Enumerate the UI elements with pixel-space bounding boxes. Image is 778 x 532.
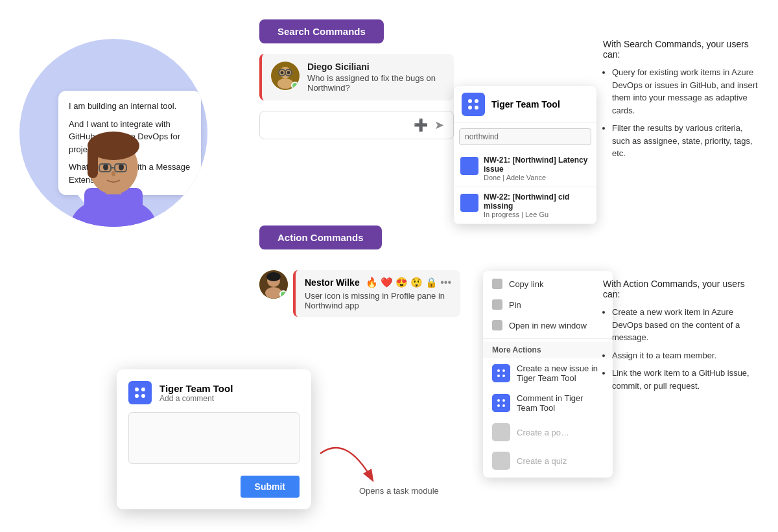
result2-text: NW-22: [Northwind] cid missing In progre… [484,192,590,218]
svg-point-34 [502,404,505,407]
tiger-team-icon [462,93,485,116]
svg-point-6 [103,164,108,170]
more-action-3-icon [492,423,510,441]
svg-point-19 [468,99,472,103]
svg-point-30 [502,375,505,377]
svg-point-27 [497,369,500,372]
search-info-list: Query for existing work items in Azure D… [603,66,759,160]
search-chat-message: Who is assigned to fix the bugs on North… [307,73,445,93]
svg-rect-5 [88,146,98,178]
more-action-2-icon [492,394,510,412]
task-module-submit-button[interactable]: Submit [241,476,300,498]
svg-point-26 [266,272,281,281]
tiger-result-2[interactable]: NW-22: [Northwind] cid missing In progre… [454,187,596,224]
compose-icons: ➕ ➤ [414,118,444,132]
copy-link-icon [492,279,502,289]
tiger-team-popup: Tiger Team Tool NW-21: [Northwind] Laten… [454,86,596,224]
action-inner: Nestor Wilke 🔥 ❤️ 😍 😲 🔒 ••• User icon is… [259,270,460,317]
search-chat-username: Diego Siciliani [307,62,445,72]
compose-plus-icon[interactable]: ➕ [414,118,428,132]
svg-point-11 [112,171,115,176]
opens-label: Opens a task module [359,486,439,496]
svg-point-37 [135,394,139,398]
action-chat-card: Nestor Wilke 🔥 ❤️ 😍 😲 🔒 ••• User icon is… [293,270,460,317]
more-action-3-label: Create a po… [517,428,569,437]
reaction-wow: 😲 [410,277,423,288]
compose-area[interactable]: ➕ ➤ [259,111,454,139]
more-action-1-label: Create a new issue in Tiger Team Tool [517,364,604,383]
task-module-dialog: Tiger Team Tool Add a comment Submit [117,369,311,509]
search-chat-card: Diego Siciliani Who is assigned to fix t… [259,54,454,100]
search-inner: Diego Siciliani Who is assigned to fix t… [259,54,596,139]
more-action-4-label: Create a quiz [517,456,567,466]
action-info-heading: With Action Commands, your users can: [603,279,759,299]
search-commands-section: Search Commands [259,19,596,139]
more-action-4-icon [492,452,510,470]
more-actions-header: More Actions [483,341,613,358]
reaction-lock: 🔒 [425,277,438,288]
action-info-item-2: Assign it to a team member. [612,349,759,362]
open-window-icon [492,320,502,330]
action-chat-username: Nestor Wilke [305,277,360,288]
search-commands-badge: Search Commands [259,19,384,43]
result1-icon [460,157,478,175]
task-module-app-icon [128,381,152,404]
action-chat-message: User icon is missing in Profile pane in … [305,291,451,310]
svg-point-17 [281,71,284,75]
search-chat-text: Diego Siciliani Who is assigned to fix t… [307,62,445,93]
result2-title: NW-22: [Northwind] cid missing [484,192,590,211]
pin-icon [492,299,502,310]
action-chat-top: Nestor Wilke 🔥 ❤️ 😍 😲 🔒 ••• [305,277,451,288]
task-module-textarea[interactable] [128,412,300,464]
context-open-window[interactable]: Open in new window [483,315,613,336]
nestor-online-dot [279,290,287,298]
more-action-1-icon [492,364,510,382]
tiger-result-1[interactable]: NW-21: [Northwind] Latency issue Done | … [454,150,596,187]
online-dot [291,82,299,89]
reactions-row: 🔥 ❤️ 😍 😲 🔒 ••• [366,277,451,288]
more-button[interactable]: ••• [440,277,451,288]
svg-point-20 [475,99,478,103]
avatar-circle: I am building an internal tool. And I wa… [19,39,207,227]
copy-link-label: Copy link [509,279,543,289]
svg-point-21 [468,106,472,110]
more-action-2-label: Comment in Tiger Team Tool [517,393,604,413]
action-info-item-3: Link the work item to a GitHub issue, co… [612,367,759,392]
context-menu: Copy link Pin Open in new window More Ac… [483,271,613,478]
open-window-label: Open in new window [509,321,587,330]
person-illustration [49,97,178,227]
task-module-header: Tiger Team Tool Add a comment [128,381,300,404]
compose-send-icon[interactable]: ➤ [434,118,444,132]
reaction-fire: 🔥 [366,277,378,288]
action-info-item-1: Create a new work item in Azure DevOps b… [612,306,759,344]
svg-point-18 [287,71,290,75]
svg-point-36 [141,387,145,391]
result2-icon [460,194,478,212]
action-commands-badge: Action Commands [259,226,382,249]
more-action-1[interactable]: Create a new issue in Tiger Team Tool [483,358,613,388]
svg-point-29 [497,375,500,377]
action-info-section: With Action Commands, your users can: Cr… [603,279,759,397]
tiger-app-name: Tiger Team Tool [491,99,560,110]
svg-point-33 [497,404,500,407]
svg-point-35 [135,387,139,391]
more-action-2[interactable]: Comment in Tiger Team Tool [483,388,613,418]
svg-point-7 [119,164,124,170]
search-info-section: With Search Commands, your users can: Qu… [603,39,759,165]
avatar-section: I am building an internal tool. And I wa… [19,39,220,227]
search-info-item-1: Query for existing work items in Azure D… [612,66,759,117]
context-copy-link[interactable]: Copy link [483,273,613,294]
pin-label: Pin [509,300,521,310]
task-module-title-block: Tiger Team Tool Add a comment [159,383,233,403]
reaction-love: 😍 [395,277,408,288]
task-module-subtitle: Add a comment [159,394,233,403]
more-action-4: Create a quiz [483,446,613,475]
task-module-app-name: Tiger Team Tool [159,383,233,394]
svg-point-31 [497,399,500,402]
result1-sub: Done | Adele Vance [484,174,590,181]
nestor-avatar [259,270,288,299]
context-pin[interactable]: Pin [483,294,613,315]
tiger-search-input[interactable] [459,128,591,145]
svg-point-38 [141,394,145,398]
context-menu-divider [483,338,613,339]
